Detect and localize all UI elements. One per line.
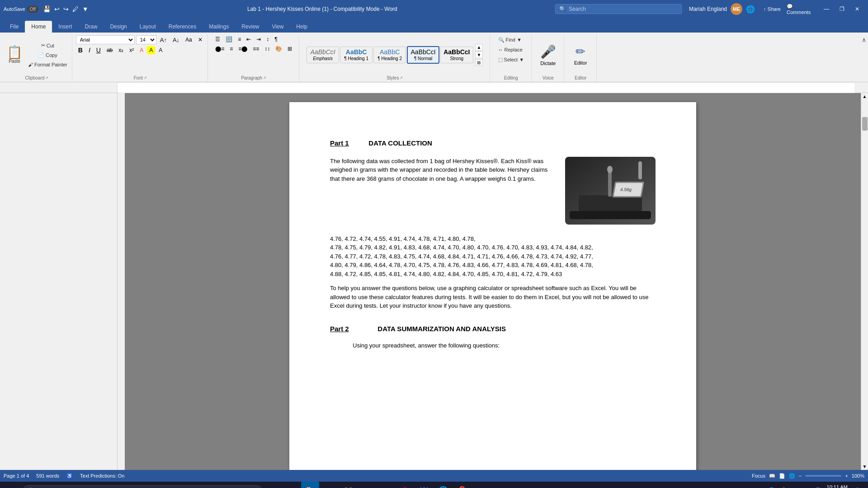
replace-button[interactable]: ↔ Replace [496, 45, 524, 54]
tab-file[interactable]: File [4, 21, 25, 33]
find-button[interactable]: 🔍 Find ▼ [496, 35, 524, 44]
auto-icon[interactable]: 🖊 [71, 5, 80, 13]
tab-references[interactable]: References [162, 21, 203, 33]
styles-scroll-down[interactable]: ▼ [475, 52, 483, 58]
globe-icon[interactable]: 🌐 [746, 5, 755, 14]
scroll-thumb[interactable] [862, 117, 868, 131]
undo-icon[interactable]: ↩ [53, 5, 61, 13]
align-center-btn[interactable]: ≡ [227, 45, 235, 53]
zoom-level[interactable]: 100% [852, 473, 864, 479]
zoom-in-btn[interactable]: + [845, 473, 848, 479]
mail-btn[interactable]: ✉ [358, 482, 376, 488]
save-icon[interactable]: 💾 [42, 5, 52, 13]
styles-more[interactable]: ⊞ [475, 59, 483, 66]
font-expand-icon[interactable]: ↗ [144, 76, 147, 80]
zoom-out-btn[interactable]: − [799, 473, 802, 479]
copy-button[interactable]: 📄 Copy [26, 51, 69, 60]
tab-review[interactable]: Review [235, 21, 265, 33]
styles-expand-icon[interactable]: ↗ [400, 76, 403, 80]
justify-btn[interactable]: ≡≡ [250, 45, 261, 53]
minimize-button[interactable]: — [819, 3, 834, 15]
paste-button[interactable]: 📋 Paste [5, 39, 24, 71]
widgets-btn[interactable]: ▦ [282, 482, 300, 488]
scroll-down-btn[interactable]: ▼ [863, 464, 867, 469]
font-color-btn[interactable]: A [137, 46, 146, 54]
tab-view[interactable]: View [266, 21, 290, 33]
explorer-btn[interactable]: 📁 [339, 482, 357, 488]
zoom-slider[interactable] [805, 475, 841, 477]
borders-btn[interactable]: ⊞ [285, 45, 294, 53]
share-button[interactable]: ↑ Share [759, 3, 786, 15]
web-layout-icon[interactable]: 🌐 [789, 473, 795, 479]
show-para-marks-btn[interactable]: ¶ [272, 35, 279, 43]
title-search-box[interactable]: 🔍 [555, 4, 682, 14]
tab-layout[interactable]: Layout [133, 21, 162, 33]
style-heading2[interactable]: AaBbC ¶ Heading 2 [373, 47, 406, 63]
doc-area[interactable]: Part 1 DATA COLLECTION [125, 93, 861, 470]
superscript-button[interactable]: x² [127, 46, 136, 54]
subscript-button[interactable]: x₂ [116, 46, 126, 54]
office-btn[interactable]: ⬡ [396, 482, 414, 488]
focus-label[interactable]: Focus [752, 473, 765, 479]
ribbon-up-arrow[interactable]: ∧ [862, 36, 866, 43]
scroll-right[interactable]: ▲ ▼ [861, 93, 868, 470]
user-avatar[interactable]: ME [731, 3, 742, 15]
microsoft-store-btn[interactable]: 🏪 [301, 482, 319, 488]
word-btn[interactable]: W [415, 482, 433, 488]
chrome-btn[interactable]: 🌐 [434, 482, 452, 488]
font-family-select[interactable]: Arial [76, 35, 135, 44]
more-icon[interactable]: ▼ [81, 5, 90, 13]
accessibility-icon[interactable]: ♿ [66, 473, 73, 479]
title-search-input[interactable] [569, 6, 668, 12]
decrease-indent-btn[interactable]: ⇤ [244, 35, 253, 43]
underline-button[interactable]: U [94, 46, 103, 55]
tab-mailings[interactable]: Mailings [203, 21, 235, 33]
align-left-btn[interactable]: ⬤≡ [213, 45, 226, 53]
increase-indent-btn[interactable]: ⇥ [254, 35, 263, 43]
format-painter-button[interactable]: 🖌 Format Painter [26, 60, 69, 69]
shading-btn[interactable]: 🎨 [273, 45, 284, 53]
multilevel-list-btn[interactable]: ≡ [236, 35, 243, 43]
help-btn[interactable]: ❓ [453, 482, 471, 488]
read-mode-icon[interactable]: 📖 [769, 473, 775, 479]
tab-help[interactable]: Help [290, 21, 314, 33]
ribbon-collapse-btn[interactable]: ∧ [859, 2, 866, 10]
restore-button[interactable]: ❐ [835, 3, 849, 15]
scroll-up-btn[interactable]: ▲ [863, 94, 867, 99]
tab-home[interactable]: Home [25, 21, 52, 33]
text-color-btn[interactable]: A [156, 46, 165, 54]
line-spacing-btn[interactable]: ↕↕ [262, 45, 272, 53]
system-clock[interactable]: 10:11 AM 9/3/2021 [824, 484, 850, 488]
edge-btn[interactable]: ◎ [320, 482, 338, 488]
font-size-select[interactable]: 14 [136, 35, 156, 44]
styles-scroll-up[interactable]: ▲ [475, 44, 483, 51]
redo-icon[interactable]: ↪ [62, 5, 70, 13]
para-expand-icon[interactable]: ↗ [263, 76, 266, 80]
bold-button[interactable]: B [76, 46, 85, 55]
change-case-btn[interactable]: Aa [183, 36, 194, 44]
decrease-font-btn[interactable]: A↓ [170, 36, 182, 44]
clear-format-btn[interactable]: ✕ [196, 36, 205, 44]
style-emphasis[interactable]: AaBbCcI Emphasis [307, 47, 339, 63]
cut-button[interactable]: ✂ Cut [26, 41, 69, 50]
increase-font-btn[interactable]: A↑ [158, 36, 169, 44]
comments-button[interactable]: 💬 Comments [787, 3, 818, 15]
highlight-btn[interactable]: A [147, 46, 155, 54]
bullet-list-btn[interactable]: ☰ [213, 35, 222, 43]
tab-draw[interactable]: Draw [78, 21, 104, 33]
style-heading1[interactable]: AaBbC ¶ Heading 1 [340, 47, 373, 63]
clipboard-expand-icon[interactable]: ↗ [45, 76, 48, 80]
sort-btn[interactable]: ↕ [264, 35, 271, 43]
start-button[interactable]: ⊞ [2, 482, 20, 488]
strikethrough-button[interactable]: ab [104, 46, 115, 54]
select-button[interactable]: ⬚ Select ▼ [496, 55, 526, 64]
task-view-btn[interactable]: ⧉ [263, 482, 281, 488]
tab-design[interactable]: Design [104, 21, 133, 33]
style-normal[interactable]: AaBbCcI ¶ Normal [407, 46, 439, 64]
numbered-list-btn[interactable]: 🔢 [223, 35, 235, 43]
align-right-btn[interactable]: ≡⬤ [236, 45, 250, 53]
slack-btn[interactable]: ⁕ [377, 482, 395, 488]
print-layout-icon[interactable]: 📄 [779, 473, 785, 479]
style-strong[interactable]: AaBbCcI Strong [440, 47, 473, 63]
autosave-toggle[interactable]: Off [27, 6, 38, 13]
